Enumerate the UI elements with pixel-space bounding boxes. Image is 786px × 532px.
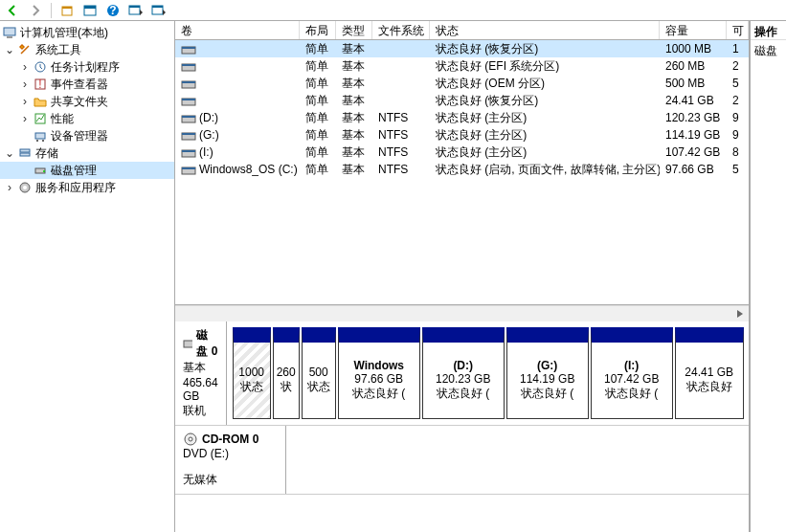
volume-row[interactable]: (D:)简单基本NTFS状态良好 (主分区)120.23 GB9 (175, 109, 749, 126)
services-icon (17, 180, 33, 195)
horizontal-scrollbar[interactable] (175, 305, 749, 321)
tree-services-apps[interactable]: › 服务和应用程序 (0, 179, 174, 196)
svg-rect-9 (152, 6, 163, 8)
expand-icon[interactable]: › (17, 76, 33, 93)
expand-icon[interactable]: › (17, 93, 33, 110)
tree-shared-folders[interactable]: › 共享文件夹 (0, 93, 174, 110)
tree-performance[interactable]: › 性能 (0, 110, 174, 127)
partition-box[interactable]: 260状 (273, 327, 300, 419)
tree-system-tools[interactable]: ⌄ 系统工具 (0, 41, 174, 58)
svg-text:?: ? (109, 4, 116, 17)
storage-icon (17, 145, 33, 161)
center-pane: 卷 布局 类型 文件系统 状态 容量 可 简单基本状态良好 (恢复分区)1000… (175, 21, 750, 532)
col-status[interactable]: 状态 (430, 21, 660, 39)
expand-icon[interactable]: › (17, 110, 33, 127)
svg-point-44 (189, 437, 192, 441)
volume-list[interactable]: 卷 布局 类型 文件系统 状态 容量 可 简单基本状态良好 (恢复分区)1000… (175, 21, 749, 305)
disk-layout[interactable]: 磁盘 0 基本 465.64 GB 联机 1000状态260状500状态Wind… (175, 321, 749, 532)
toolbar-separator (51, 3, 52, 18)
toolbar-help-button[interactable]: ? (102, 2, 124, 19)
cdrom-row: CD-ROM 0 DVD (E:) 无媒体 (175, 426, 749, 495)
col-capacity[interactable]: 容量 (660, 21, 727, 39)
svg-rect-26 (182, 47, 195, 49)
device-icon (33, 128, 48, 144)
expand-icon[interactable]: › (2, 179, 17, 196)
tree-system-tools-label: 系统工具 (35, 41, 81, 58)
tree-task-scheduler[interactable]: › 任务计划程序 (0, 58, 174, 76)
svg-rect-41 (184, 341, 192, 347)
event-icon: ! (33, 77, 48, 92)
cdrom-info[interactable]: CD-ROM 0 DVD (E:) 无媒体 (175, 426, 286, 494)
svg-rect-20 (20, 153, 30, 156)
main-area: 计算机管理(本地) ⌄ 系统工具 › 任务计划程序 › ! 事件查看器 › 共享… (0, 21, 786, 532)
partition-box[interactable]: 1000状态 (233, 327, 271, 419)
volume-row[interactable]: Windows8_OS (C:)简单基本NTFS状态良好 (启动, 页面文件, … (175, 161, 749, 178)
volume-row[interactable]: 简单基本状态良好 (恢复分区)1000 MB1 (175, 40, 749, 57)
partition-box[interactable]: Windows97.66 GB状态良好 ( (338, 327, 420, 419)
disk0-size: 465.64 GB (183, 376, 218, 403)
toolbar-refresh-button[interactable] (148, 2, 169, 19)
disk-icon (183, 337, 192, 350)
tree-disk-management[interactable]: 磁盘管理 (0, 162, 174, 179)
disk0-state: 联机 (183, 403, 218, 419)
col-volume[interactable]: 卷 (175, 21, 300, 39)
svg-point-18 (42, 140, 44, 142)
cdrom-drive: DVD (E:) (183, 447, 278, 460)
volume-row[interactable]: 简单基本状态良好 (OEM 分区)500 MB5 (175, 75, 749, 92)
tree-shared-label: 共享文件夹 (51, 93, 108, 110)
tree-storage-label: 存储 (35, 144, 58, 162)
volume-row[interactable]: 简单基本状态良好 (恢复分区)24.41 GB2 (175, 92, 749, 109)
disk0-info[interactable]: 磁盘 0 基本 465.64 GB 联机 (175, 321, 227, 425)
toolbar-props-button[interactable] (56, 2, 78, 19)
svg-rect-36 (182, 133, 195, 135)
disk0-partitions: 1000状态260状500状态Windows97.66 GB状态良好 ((D:)… (227, 321, 749, 425)
partition-box[interactable]: 24.41 GB状态良好 (675, 327, 744, 419)
tree-storage[interactable]: ⌄ 存储 (0, 144, 174, 162)
tree-root[interactable]: 计算机管理(本地) (0, 24, 174, 41)
svg-rect-19 (20, 149, 30, 152)
expand-icon[interactable]: ⌄ (2, 144, 17, 162)
partition-box[interactable]: 500状态 (302, 327, 336, 419)
col-fs[interactable]: 文件系统 (372, 21, 430, 39)
partition-box[interactable]: (I:)107.42 GB状态良好 ( (591, 327, 673, 419)
cdrom-state: 无媒体 (183, 472, 278, 488)
tree-root-label: 计算机管理(本地) (20, 24, 108, 41)
toolbar-calendar-button[interactable] (79, 2, 101, 19)
svg-point-17 (36, 140, 38, 142)
toolbar-forward-button[interactable] (25, 2, 46, 19)
expand-icon[interactable]: ⌄ (2, 41, 17, 58)
svg-rect-30 (182, 81, 195, 83)
partition-box[interactable]: (G:)114.19 GB状态良好 ( (506, 327, 589, 419)
tools-icon (17, 42, 33, 57)
tree-event-viewer[interactable]: › ! 事件查看器 (0, 76, 174, 93)
tree-event-label: 事件查看器 (51, 76, 108, 93)
toolbar-back-button[interactable] (2, 2, 23, 19)
col-layout[interactable]: 布局 (300, 21, 336, 39)
tree-devmgr-label: 设备管理器 (51, 127, 108, 144)
expand-icon[interactable]: › (17, 58, 33, 76)
nav-tree[interactable]: 计算机管理(本地) ⌄ 系统工具 › 任务计划程序 › ! 事件查看器 › 共享… (0, 21, 175, 532)
disk0-type: 基本 (183, 360, 218, 376)
disk0-label: 磁盘 0 (196, 327, 217, 360)
cdrom-icon (183, 432, 198, 447)
svg-rect-32 (182, 99, 195, 100)
col-free[interactable]: 可 (727, 21, 749, 39)
actions-pane: 操作 磁盘 (750, 21, 786, 532)
tree-services-label: 服务和应用程序 (35, 179, 116, 196)
col-type[interactable]: 类型 (336, 21, 372, 39)
volume-row[interactable]: 简单基本状态良好 (EFI 系统分区)260 MB2 (175, 57, 749, 75)
svg-rect-3 (84, 6, 96, 9)
svg-rect-16 (35, 133, 45, 139)
volume-row[interactable]: (G:)简单基本NTFS状态良好 (主分区)114.19 GB9 (175, 126, 749, 144)
partition-box[interactable]: (D:)120.23 GB状态良好 ( (422, 327, 505, 419)
actions-disk-mgmt[interactable]: 磁盘 (751, 40, 786, 62)
svg-text:!: ! (38, 78, 41, 91)
volume-row[interactable]: (I:)简单基本NTFS状态良好 (主分区)107.42 GB8 (175, 144, 749, 161)
tree-disk-mgmt-label: 磁盘管理 (51, 162, 97, 179)
clock-icon (33, 59, 48, 75)
tree-device-manager[interactable]: 设备管理器 (0, 127, 174, 144)
actions-header: 操作 (751, 21, 786, 40)
svg-rect-11 (7, 36, 12, 38)
toolbar-view-button[interactable] (125, 2, 146, 19)
svg-rect-40 (182, 167, 195, 169)
